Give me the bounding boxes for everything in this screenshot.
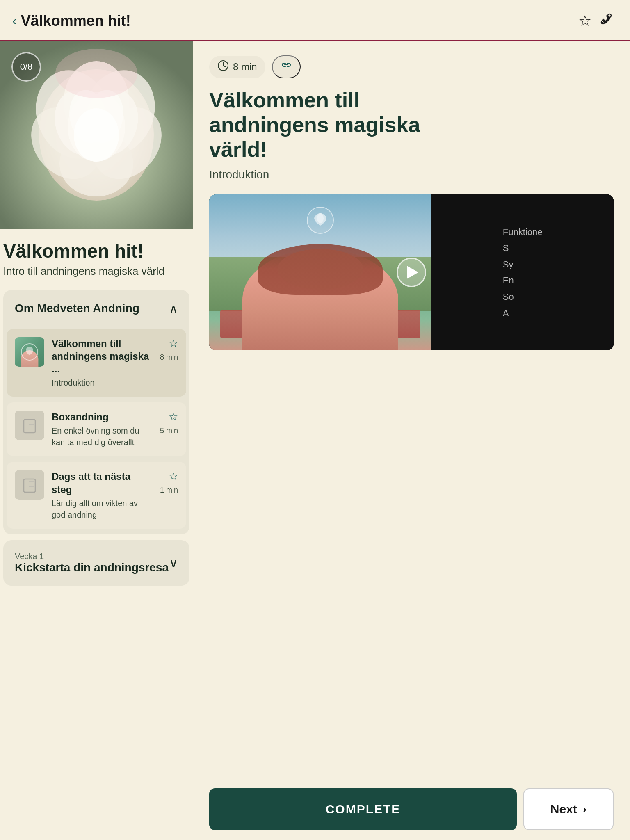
header-actions: ☆ — [578, 11, 614, 30]
bookmark-star-icon-3[interactable]: ☆ — [169, 470, 178, 483]
thumb-logo-icon — [15, 340, 44, 367]
video-text-5: Sö — [503, 289, 543, 305]
content-title-line3: värld! — [209, 137, 267, 161]
next-chevron-icon: › — [583, 803, 587, 816]
lesson-thumbnail-1 — [15, 337, 44, 367]
bookmark-button[interactable]: ☆ — [578, 12, 591, 30]
lesson-meta-3: ☆ 1 min — [160, 470, 178, 495]
hero-main-title: Välkommen hit! — [3, 241, 181, 262]
video-logo — [306, 206, 335, 235]
content-title-line2: andningens magiska — [209, 113, 420, 137]
book-icon — [21, 477, 38, 493]
svg-point-16 — [55, 49, 137, 98]
lesson-info-2: Boxandning En enkel övning som du kan ta… — [52, 411, 153, 448]
lesson-item[interactable]: Välkommen till andningens magiska ... In… — [7, 329, 186, 397]
vecka-1-section: Vecka 1 Kickstarta din andningsresa ∨ — [3, 540, 189, 586]
book-icon — [21, 417, 38, 434]
play-triangle-icon — [407, 266, 418, 279]
left-column: 0/8 Välkommen hit! Intro till andningens… — [0, 41, 193, 602]
action-bar: COMPLETE Next › — [193, 778, 630, 840]
svg-point-32 — [317, 213, 324, 223]
svg-rect-23 — [24, 479, 35, 492]
book-thumb-2 — [15, 411, 44, 440]
video-text-1: Funktione — [503, 224, 543, 240]
content-title: Välkommen till andningens magiska värld! — [209, 88, 614, 162]
progress-badge: 0/8 — [11, 52, 41, 82]
bookmark-star-icon-2[interactable]: ☆ — [169, 411, 178, 423]
svg-rect-18 — [24, 420, 35, 433]
video-player[interactable]: Funktione S Sy En Sö A — [209, 194, 614, 350]
video-text-6: A — [503, 305, 543, 322]
lesson-item[interactable]: Dags att ta nästa steg Lär dig allt om v… — [7, 462, 186, 528]
week-title: Kickstarta din andningsresa — [15, 561, 169, 574]
next-label: Next — [550, 802, 577, 816]
video-text-3: Sy — [503, 256, 543, 273]
complete-button[interactable]: COMPLETE — [209, 788, 517, 830]
week-section-labels: Vecka 1 Kickstarta din andningsresa — [15, 552, 169, 574]
bookmark-star-icon-1[interactable]: ☆ — [169, 337, 178, 350]
main-content: 0/8 Välkommen hit! Intro till andningens… — [0, 41, 630, 602]
duration-2: 5 min — [160, 427, 178, 435]
next-button[interactable]: Next › — [523, 788, 614, 830]
hero-title-section: Välkommen hit! Intro till andningens mag… — [0, 229, 193, 278]
video-background: Funktione S Sy En Sö A — [209, 194, 614, 350]
video-right-panel: Funktione S Sy En Sö A — [431, 194, 614, 350]
lesson-desc-2: En enkel övning som du kan ta med dig öv… — [52, 425, 153, 448]
clock-svg — [217, 60, 229, 71]
lesson-title-3: Dags att ta nästa steg — [52, 470, 153, 495]
duration-3: 1 min — [160, 486, 178, 495]
section-header-om-medveten[interactable]: Om Medveten Andning ∧ — [3, 290, 189, 327]
book-thumb-3 — [15, 470, 44, 500]
right-column: 8 min Välkommen till andningens magiska … — [193, 41, 630, 602]
content-link-button[interactable] — [272, 55, 301, 78]
video-logo-overlay — [306, 206, 335, 235]
duration-1: 8 min — [160, 353, 178, 362]
lesson-title-2: Boxandning — [52, 411, 153, 423]
app-header: ‹ Välkommen hit! ☆ — [0, 0, 630, 41]
link-content-icon — [281, 60, 292, 71]
back-icon[interactable]: ‹ — [12, 13, 17, 28]
header-title: Välkommen hit! — [21, 12, 131, 30]
lesson-desc-1: Introduktion — [52, 377, 153, 388]
lesson-meta-2: ☆ 5 min — [160, 411, 178, 435]
week-label: Vecka 1 — [15, 552, 169, 561]
chevron-up-icon: ∧ — [169, 301, 178, 316]
video-text-list: Funktione S Sy En Sö A — [495, 216, 551, 330]
lesson-thumbnail-3 — [15, 470, 44, 500]
course-list: Om Medveten Andning ∧ — [0, 278, 193, 586]
presenter-silhouette — [242, 249, 398, 350]
duration-label: 8 min — [233, 61, 257, 73]
play-button[interactable] — [397, 258, 426, 287]
lesson-item[interactable]: Boxandning En enkel övning som du kan ta… — [7, 402, 186, 456]
lesson-thumbnail-2 — [15, 411, 44, 440]
section-header-vecka1[interactable]: Vecka 1 Kickstarta din andningsresa ∨ — [3, 540, 189, 586]
om-medveten-andning-section: Om Medveten Andning ∧ — [3, 290, 189, 534]
header-left: ‹ Välkommen hit! — [12, 12, 131, 30]
video-text-4: En — [503, 272, 543, 289]
svg-line-30 — [223, 66, 226, 67]
hero-image: 0/8 — [0, 41, 193, 229]
section-title-om: Om Medveten Andning — [15, 302, 139, 315]
lesson-desc-3: Lär dig allt om vikten av god andning — [52, 498, 153, 520]
chevron-down-icon: ∨ — [169, 556, 178, 570]
meta-row: 8 min — [209, 55, 614, 78]
share-link-button[interactable] — [599, 11, 614, 30]
hero-subtitle: Intro till andningens magiska värld — [3, 265, 181, 278]
svg-point-0 — [608, 14, 611, 17]
lesson-info-1: Välkommen till andningens magiska ... In… — [52, 337, 153, 389]
content-subtitle: Introduktion — [209, 168, 614, 181]
time-badge: 8 min — [209, 56, 265, 78]
link-icon — [599, 11, 614, 26]
lesson-info-3: Dags att ta nästa steg Lär dig allt om v… — [52, 470, 153, 520]
svg-point-15 — [74, 108, 119, 162]
video-text-2: S — [503, 240, 543, 256]
lesson-title-1: Välkommen till andningens magiska ... — [52, 337, 153, 376]
clock-icon — [217, 60, 229, 74]
progress-text: 0/8 — [20, 62, 33, 72]
lesson-meta-1: ☆ 8 min — [160, 337, 178, 362]
content-title-line1: Välkommen till — [209, 88, 360, 112]
